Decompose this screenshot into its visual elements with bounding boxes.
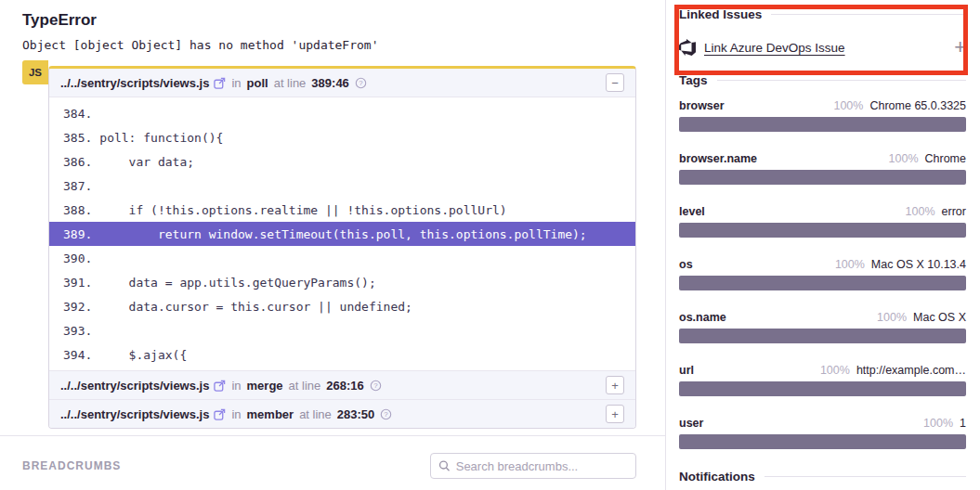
at-line-label: at line [299, 407, 332, 421]
tag-item: level 100% error [679, 205, 966, 238]
tag-item: user 100% 1 [679, 417, 966, 449]
tag-percent: 100% [877, 311, 907, 324]
line-number: 385. [49, 131, 92, 145]
frame-filename-link[interactable]: ../../sentry/scripts/views.js [60, 76, 226, 90]
at-line-label: at line [274, 76, 307, 90]
tag-key: url [679, 364, 694, 377]
line-number: 388. [49, 203, 92, 217]
code-text: data = app.utils.getQueryParams(); [99, 276, 375, 290]
tag-key: browser [679, 99, 725, 112]
frame-lineno: 283:50 [337, 407, 374, 421]
tag-value: Mac OS X 10.13.4 [871, 258, 966, 271]
question-icon[interactable]: ? [355, 77, 367, 89]
tag-percent: 100% [833, 99, 863, 112]
code-line: 386. var data; [49, 149, 635, 174]
tag-progress-bar[interactable] [679, 276, 966, 290]
frame-filename: ../../sentry/scripts/views.js [60, 379, 209, 393]
search-icon [438, 459, 451, 472]
tag-item: browser.name 100% Chrome [679, 152, 966, 185]
heading-rule [717, 80, 966, 81]
js-platform-badge: JS [22, 60, 48, 84]
main-column: TypeError Object [object Object] has no … [0, 0, 665, 490]
tag-progress-bar[interactable] [679, 381, 966, 396]
tag-item: browser 100% Chrome 65.0.3325 [679, 99, 966, 132]
stack-frame-member[interactable]: ../../sentry/scripts/views.js in member … [49, 399, 635, 428]
tag-value: Mac OS X [913, 311, 966, 324]
code-line: 387. [49, 174, 635, 198]
tag-key: level [679, 205, 705, 218]
linked-issues-heading: Linked Issues [679, 7, 762, 21]
line-number: 386. [49, 155, 92, 169]
frame-filename-link[interactable]: ../../sentry/scripts/views.js [60, 407, 226, 421]
svg-text:?: ? [359, 79, 363, 87]
in-label: in [231, 76, 241, 90]
expand-frame-button[interactable]: + [606, 376, 624, 394]
section-divider [0, 435, 665, 436]
issue-detail-page: TypeError Object [object Object] has no … [0, 0, 980, 490]
tag-progress-bar[interactable] [679, 223, 966, 238]
tag-item: url 100% http://example.com… [679, 364, 966, 396]
line-number: 393. [49, 324, 92, 338]
at-line-label: at line [289, 379, 321, 393]
breadcrumbs-search-input[interactable] [456, 459, 628, 473]
tag-percent: 100% [906, 205, 935, 218]
expand-frame-button[interactable]: + [606, 405, 624, 423]
svg-text:?: ? [385, 410, 389, 419]
frame-function: member [247, 407, 294, 421]
line-number: 387. [49, 179, 92, 193]
frame-filename: ../../sentry/scripts/views.js [60, 407, 209, 421]
tag-progress-bar[interactable] [679, 117, 966, 132]
tag-key: user [679, 417, 703, 430]
tag-list: browser 100% Chrome 65.0.3325 browser.na… [679, 99, 966, 449]
line-number: 390. [49, 251, 92, 265]
stacktrace-section: JS ../../sentry/scripts/views.js in poll… [28, 66, 636, 429]
question-icon[interactable]: ? [380, 408, 392, 420]
line-number: 392. [49, 300, 92, 314]
code-line: 393. [49, 318, 635, 342]
code-text: var data; [99, 155, 194, 169]
code-line: 390. [49, 246, 635, 270]
code-line: 388. if (!this.options.realtime || !this… [49, 198, 635, 222]
link-azure-devops-issue[interactable]: Link Azure DevOps Issue [704, 41, 845, 55]
frame-function: poll [247, 76, 268, 90]
frame-function: merge [247, 379, 283, 393]
external-link-icon[interactable] [214, 380, 226, 392]
question-icon[interactable]: ? [370, 380, 382, 392]
tag-value: http://example.com… [856, 364, 966, 377]
code-line: 389. return window.setTimeout(this.poll,… [49, 222, 635, 246]
heading-rule [771, 14, 966, 15]
code-line: 385. poll: function(){ [49, 125, 635, 149]
stack-frame-poll[interactable]: ../../sentry/scripts/views.js in poll at… [49, 69, 635, 97]
line-number: 394. [49, 348, 92, 362]
in-label: in [231, 379, 241, 393]
tag-progress-bar[interactable] [679, 434, 966, 449]
tag-progress-bar[interactable] [679, 170, 966, 185]
in-label: in [231, 407, 241, 421]
line-number: 384. [49, 107, 92, 121]
tag-percent: 100% [835, 258, 865, 271]
external-link-icon[interactable] [214, 408, 226, 420]
tag-key: os.name [679, 311, 726, 324]
tag-value: 1 [960, 417, 966, 430]
tag-value: error [942, 205, 966, 218]
breadcrumbs-search[interactable] [430, 453, 636, 479]
code-text: return window.setTimeout(this.poll, this… [99, 227, 586, 241]
code-text: $.ajax({ [99, 348, 187, 362]
tag-progress-bar[interactable] [679, 329, 966, 343]
line-number: 389. [49, 227, 92, 241]
linked-issues-section: Linked Issues Link Azure DevOps Issue + [679, 7, 966, 58]
tag-percent: 100% [820, 364, 850, 377]
frame-filename-link[interactable]: ../../sentry/scripts/views.js [60, 379, 226, 393]
tag-value: Chrome [925, 152, 966, 165]
stack-frame-merge[interactable]: ../../sentry/scripts/views.js in merge a… [49, 370, 635, 399]
tag-percent: 100% [889, 152, 919, 165]
collapse-frame-button[interactable]: − [606, 73, 624, 92]
sidebar: Linked Issues Link Azure DevOps Issue + … [665, 0, 980, 490]
tag-item: os 100% Mac OS X 10.13.4 [679, 258, 966, 290]
add-linked-issue-button[interactable]: + [954, 37, 966, 58]
notifications-heading: Notifications [679, 470, 755, 484]
notifications-section: Notifications [679, 470, 966, 484]
stacktrace-box: ../../sentry/scripts/views.js in poll at… [48, 66, 636, 429]
external-link-icon[interactable] [214, 77, 226, 89]
tag-percent: 100% [923, 417, 953, 430]
